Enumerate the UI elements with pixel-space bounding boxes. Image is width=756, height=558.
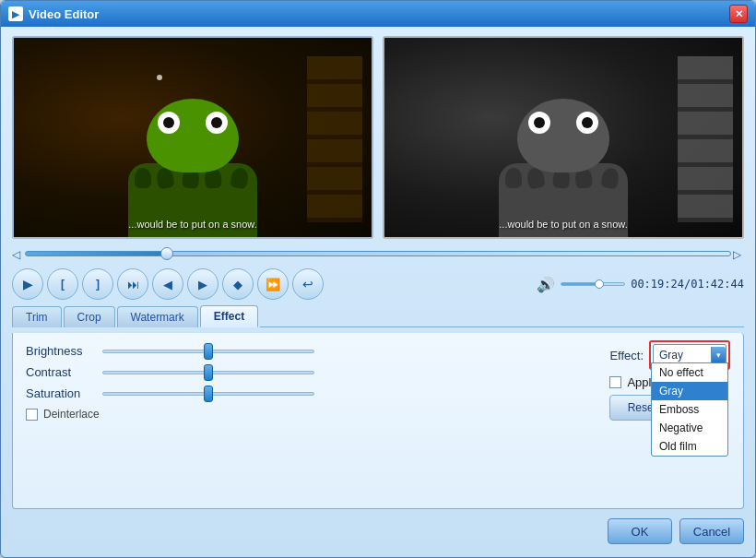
saturation-slider[interactable]	[102, 392, 314, 396]
tab-divider	[260, 326, 744, 327]
seek-thumb[interactable]	[160, 247, 173, 260]
volume-thumb[interactable]	[595, 279, 604, 289]
ruffle-p5	[230, 167, 250, 190]
kermit-body-orig	[128, 89, 257, 237]
kermit-original	[128, 89, 257, 237]
effect-label: Effect:	[609, 349, 644, 362]
gray-shelves	[678, 56, 733, 222]
effects-panel: Brightness Contrast Saturation	[12, 333, 744, 509]
time-display: 00:19:24/01:42:44	[631, 278, 744, 291]
saturation-label: Saturation	[26, 386, 95, 400]
saturation-thumb[interactable]	[204, 386, 213, 402]
volume-icon: 🔊	[537, 276, 555, 293]
effect-dropdown-list: No effect Gray Emboss Negative Old film	[651, 362, 728, 457]
effect-dropdown-wrapper: Gray ▾ No effect Gray Emboss Negative Ol…	[649, 340, 730, 370]
tab-trim[interactable]: Trim	[12, 306, 62, 327]
kermit-pupil-right-gray	[582, 117, 593, 128]
subtitle-original: ...would be to put on a snow.	[128, 219, 256, 230]
original-video-content: ...would be to put on a snow.	[14, 38, 372, 237]
play-button[interactable]: ▶	[12, 268, 43, 300]
effect-option-gray[interactable]: Gray	[652, 382, 727, 400]
preview-area: ...would be to put on a snow.	[12, 36, 744, 239]
title-bar: ▶ Video Editor ✕	[1, 1, 755, 27]
contrast-label: Contrast	[26, 365, 95, 379]
contrast-slider[interactable]	[102, 371, 314, 374]
tabs-row: Trim Crop Watermark Effect	[12, 305, 744, 327]
deinterlace-label: Deinterlace	[43, 408, 100, 421]
controls-row: ▶ [ ] ⏭ ◀ ▶ ◆ ⏩ ↩ 🔊 00:19:24/01:42:44	[12, 268, 744, 300]
apply-to-all-checkbox[interactable]	[609, 376, 621, 388]
effect-option-old-film[interactable]: Old film	[652, 437, 727, 456]
brightness-label: Brightness	[26, 344, 95, 358]
ruffle-p1	[135, 168, 151, 188]
seek-area: ◁ ▷	[12, 244, 744, 263]
skip-next-button[interactable]: ⏭	[117, 268, 148, 300]
window-title: Video Editor	[29, 7, 729, 21]
tab-crop[interactable]: Crop	[64, 306, 115, 327]
effect-row: Effect: Gray ▾ No effect Gray Emboss	[609, 340, 730, 370]
center-button[interactable]: ◆	[222, 268, 254, 300]
effect-option-negative[interactable]: Negative	[652, 419, 727, 437]
mark-in-button[interactable]: [	[47, 268, 78, 300]
ok-button[interactable]: OK	[608, 518, 672, 544]
kermit-gray	[499, 89, 628, 237]
effect-selected-value: Gray	[659, 349, 683, 362]
tab-effect[interactable]: Effect	[200, 305, 258, 327]
kermit-body-gray	[499, 89, 628, 237]
bottom-row: OK Cancel	[12, 515, 744, 548]
video-editor-window: ▶ Video Editor ✕	[0, 0, 756, 558]
kermit-head-gray	[517, 99, 609, 172]
volume-area: 🔊 00:19:24/01:42:44	[537, 276, 744, 293]
volume-slider[interactable]	[561, 282, 625, 286]
main-content: ...would be to put on a snow.	[1, 27, 755, 557]
seek-arrow-right[interactable]: ▷	[733, 248, 744, 259]
kermit-pupil-left-orig	[163, 117, 174, 128]
subtitle-gray: ...would be to put on a snow.	[499, 219, 627, 230]
effect-option-no-effect[interactable]: No effect	[652, 363, 727, 382]
close-button[interactable]: ✕	[729, 5, 748, 23]
dropdown-arrow-icon[interactable]: ▾	[711, 347, 726, 363]
ruffle-gp5	[600, 167, 620, 190]
seek-arrow-left[interactable]: ◁	[12, 248, 23, 259]
gray-video-content: ...would be to put on a snow.	[384, 38, 742, 237]
kermit-pupil-right-orig	[211, 117, 222, 128]
ruffle-gp1	[505, 168, 522, 188]
trim-right-button[interactable]: ▶	[187, 268, 219, 300]
kermit-eye-left-gray	[528, 112, 550, 134]
contrast-thumb[interactable]	[204, 364, 213, 381]
trim-left-button[interactable]: ◀	[152, 268, 183, 300]
effect-area: Effect: Gray ▾ No effect Gray Emboss	[609, 340, 730, 421]
preview-original: ...would be to put on a snow.	[12, 36, 373, 239]
brightness-slider[interactable]	[102, 350, 314, 353]
seek-bar[interactable]	[25, 251, 731, 256]
deinterlace-checkbox[interactable]	[26, 409, 38, 421]
effect-dropdown-container: Gray ▾ No effect Gray Emboss Negative Ol…	[649, 340, 730, 370]
brightness-thumb[interactable]	[204, 343, 213, 360]
mark-out-button[interactable]: ]	[82, 268, 113, 300]
preview-gray: ...would be to put on a snow.	[383, 36, 744, 239]
undo-button[interactable]: ↩	[292, 268, 324, 300]
kermit-eye-right-orig	[206, 112, 228, 134]
tab-watermark[interactable]: Watermark	[117, 306, 198, 327]
window-icon: ▶	[8, 6, 23, 21]
kermit-head-orig	[147, 99, 239, 172]
effect-option-emboss[interactable]: Emboss	[652, 400, 727, 419]
kermit-pupil-left-gray	[534, 117, 545, 128]
kermit-eye-right-gray	[576, 112, 598, 134]
fast-forward-button[interactable]: ⏩	[257, 268, 289, 300]
original-shelves	[307, 56, 362, 222]
cancel-button[interactable]: Cancel	[679, 518, 744, 544]
kermit-eye-left-orig	[158, 112, 180, 134]
